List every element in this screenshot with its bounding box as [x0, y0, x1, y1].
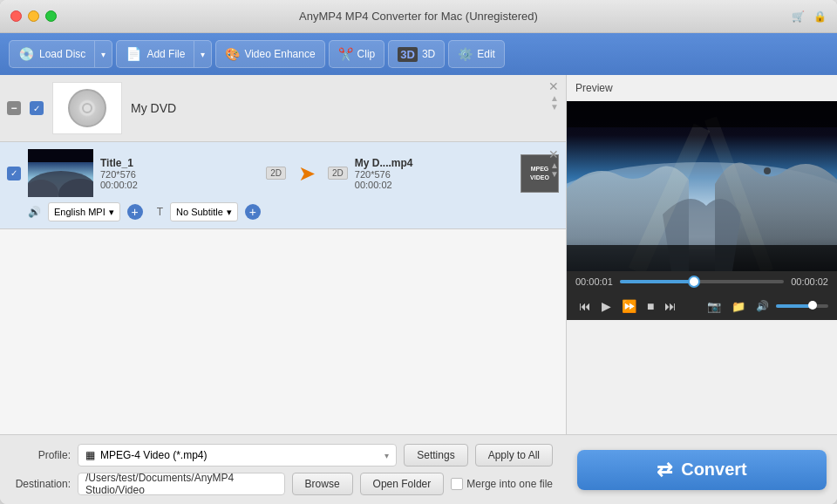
- convert-button[interactable]: ⇄ Convert: [577, 450, 827, 490]
- minimize-button[interactable]: [28, 10, 39, 22]
- profile-value: MPEG-4 Video (*.mp4): [100, 449, 208, 461]
- folder-button[interactable]: 📁: [728, 298, 749, 315]
- 3d-button[interactable]: 3D 3D: [388, 40, 445, 68]
- dropdown-arrow2-icon: ▾: [201, 50, 205, 59]
- profile-row: Profile: ▦ MPEG-4 Video (*.mp4) ▾ Settin…: [14, 444, 553, 467]
- svg-rect-4: [28, 149, 93, 162]
- convert-arrow-icon: ➤: [298, 161, 316, 186]
- output-2d-badge: 2D: [328, 167, 348, 180]
- video-thumbnail: [28, 149, 93, 197]
- preview-video: [567, 101, 837, 271]
- video-title: Title_1: [100, 157, 259, 169]
- play-button[interactable]: ▶: [598, 297, 615, 315]
- video-enhance-button[interactable]: 🎨 Video Enhance: [215, 40, 324, 68]
- subtitle-label: No Subtitle: [176, 207, 223, 217]
- skip-start-button[interactable]: ⏮: [575, 297, 595, 315]
- 3d-icon: 3D: [398, 47, 418, 62]
- dvd-scroll-arrows: ▲ ▼: [550, 94, 559, 112]
- scroll-down-icon[interactable]: ▼: [550, 103, 559, 112]
- maximize-button[interactable]: [45, 10, 57, 22]
- apply-to-all-label: Apply to All: [488, 449, 540, 461]
- clip-label: Clip: [357, 48, 376, 60]
- open-folder-label: Open Folder: [373, 478, 432, 490]
- dvd-collapse-btn[interactable]: −: [7, 101, 21, 115]
- preview-scene: [567, 101, 837, 271]
- stop-button[interactable]: ■: [643, 297, 657, 315]
- main-content: − ✓ My DVD ✕ ▲ ▼ ✓: [0, 75, 837, 434]
- video-enhance-label: Video Enhance: [244, 48, 315, 60]
- preview-spacer: [567, 320, 837, 434]
- convert-icon: ⇄: [657, 459, 672, 481]
- load-disc-dropdown[interactable]: ▾: [94, 41, 112, 67]
- cart-icon[interactable]: 🛒: [792, 10, 805, 23]
- video-checkbox[interactable]: ✓: [7, 167, 21, 180]
- preview-controls: ⏮ ▶ ⏩ ■ ⏭ 📷 📁 🔊: [567, 292, 837, 320]
- browse-button[interactable]: Browse: [292, 473, 353, 495]
- audio-select[interactable]: English MPI ▾: [48, 202, 120, 221]
- svg-rect-11: [567, 245, 837, 271]
- video-close-btn[interactable]: ✕: [548, 147, 559, 161]
- window-title: AnyMP4 MP4 Converter for Mac (Unregister…: [299, 10, 538, 23]
- profile-select[interactable]: ▦ MPEG-4 Video (*.mp4) ▾: [78, 444, 397, 467]
- edit-icon: ⚙️: [458, 47, 473, 61]
- timeline-thumb[interactable]: [688, 276, 700, 288]
- audio-icon: 🔊: [28, 206, 41, 218]
- settings-button[interactable]: Settings: [404, 444, 467, 467]
- audio-label: English MPI: [54, 207, 105, 217]
- clip-button[interactable]: ✂️ Clip: [329, 40, 385, 68]
- dvd-checkbox[interactable]: ✓: [30, 101, 44, 115]
- current-time: 00:00:01: [575, 276, 613, 287]
- volume-thumb[interactable]: [808, 301, 817, 310]
- person-icon[interactable]: 🔒: [813, 10, 827, 23]
- destination-path: /Users/test/Documents/AnyMP4 Studio/Vide…: [85, 472, 277, 496]
- preview-header: Preview: [567, 75, 837, 101]
- titlebar: AnyMP4 MP4 Converter for Mac (Unregister…: [0, 0, 837, 33]
- edit-label: Edit: [477, 48, 495, 60]
- video-item-row2: 🔊 English MPI ▾ + T No Subtitle ▾ +: [7, 202, 559, 221]
- profile-grid-icon: ▦: [85, 449, 95, 461]
- dvd-label: My DVD: [131, 101, 176, 115]
- video-item-row1: ✓: [7, 149, 559, 197]
- volume-bar[interactable]: [776, 304, 828, 308]
- skip-end-button[interactable]: ⏭: [661, 297, 680, 315]
- screenshot-button[interactable]: 📷: [704, 298, 725, 315]
- video-scroll-arrows: ▲ ▼: [550, 161, 559, 179]
- browse-label: Browse: [305, 478, 340, 490]
- dvd-item: − ✓ My DVD ✕ ▲ ▼: [0, 75, 566, 142]
- load-disc-btn-group: 💿 Load Disc ▾: [9, 40, 112, 68]
- add-subtitle-button[interactable]: +: [245, 204, 261, 220]
- add-file-btn-group: 📄 Add File ▾: [116, 40, 212, 68]
- merge-checkbox-group[interactable]: Merge into one file: [451, 478, 553, 490]
- svg-point-9: [764, 167, 771, 174]
- svg-rect-10: [567, 101, 837, 127]
- output-info: My D....mp4 720*576 00:00:02: [355, 157, 514, 190]
- subtitle-dropdown-icon: ▾: [227, 207, 232, 218]
- audio-dropdown-icon: ▾: [109, 207, 114, 218]
- subtitle-select[interactable]: No Subtitle ▾: [170, 202, 238, 221]
- destination-row: Destination: /Users/test/Documents/AnyMP…: [14, 473, 553, 495]
- merge-checkbox-box[interactable]: [451, 478, 463, 490]
- 3d-label: 3D: [422, 48, 435, 60]
- add-file-button[interactable]: 📄 Add File: [117, 41, 194, 67]
- add-file-dropdown[interactable]: ▾: [194, 41, 211, 67]
- close-button[interactable]: [10, 10, 22, 22]
- video-info: Title_1 720*576 00:00:02: [100, 157, 259, 190]
- open-folder-button[interactable]: Open Folder: [360, 473, 445, 495]
- add-audio-button[interactable]: +: [127, 204, 143, 220]
- timeline-bar[interactable]: [620, 280, 784, 283]
- output-duration: 00:00:02: [355, 180, 514, 190]
- video-scroll-down-icon[interactable]: ▼: [550, 170, 559, 179]
- dvd-close-btn[interactable]: ✕: [548, 80, 559, 92]
- apply-to-all-button[interactable]: Apply to All: [475, 444, 553, 467]
- disc-inner: [82, 103, 92, 113]
- load-disc-label: Load Disc: [39, 48, 85, 60]
- dropdown-arrow-icon: ▾: [101, 50, 105, 59]
- destination-input[interactable]: /Users/test/Documents/AnyMP4 Studio/Vide…: [78, 473, 285, 495]
- fast-forward-button[interactable]: ⏩: [618, 297, 640, 315]
- edit-button[interactable]: ⚙️ Edit: [448, 40, 505, 68]
- subtitle-icon: T: [157, 206, 163, 218]
- disc-icon: 💿: [18, 46, 35, 62]
- disc-visual: [68, 89, 106, 127]
- load-disc-button[interactable]: 💿 Load Disc: [10, 41, 94, 67]
- convert-section: ⇄ Convert: [567, 434, 837, 504]
